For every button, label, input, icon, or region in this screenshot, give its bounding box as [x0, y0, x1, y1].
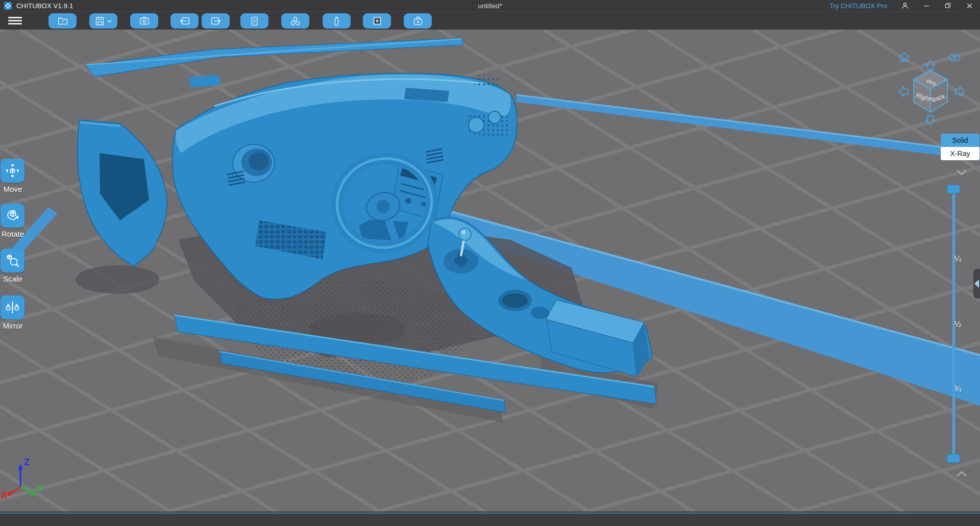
triangle-left-icon: [974, 280, 979, 288]
resin-bottle-icon: [331, 16, 342, 27]
scale-button[interactable]: [1, 248, 24, 272]
rotate-button[interactable]: [1, 204, 24, 228]
view-cube[interactable]: Top Right Back: [909, 68, 952, 117]
minimize-icon: [922, 2, 930, 10]
move-icon: [5, 163, 20, 179]
undo-button[interactable]: [170, 13, 199, 29]
save-dropdown-chevron-icon: [107, 19, 112, 23]
user-account-button[interactable]: [894, 0, 916, 11]
redo-arrow-icon: [210, 15, 222, 27]
render-mode-xray-button[interactable]: X-Ray: [941, 147, 979, 160]
try-chitubox-pro-link[interactable]: Try CHITUBOX Pro: [829, 2, 887, 10]
rotate-label: Rotate: [1, 230, 25, 238]
redo-button[interactable]: [202, 13, 230, 29]
minimize-button[interactable]: [916, 0, 937, 11]
tool-move: Move: [1, 159, 25, 193]
home-view-button[interactable]: [897, 51, 911, 65]
rotate-icon: [5, 208, 20, 223]
toolbox-icon: [412, 15, 424, 27]
restore-icon: [944, 2, 952, 10]
clip-label-quarter: ¼: [948, 254, 967, 264]
close-button[interactable]: [959, 0, 980, 11]
chevron-up-icon: [955, 470, 968, 478]
mirror-icon: [5, 299, 20, 315]
render-mode-toggle: Solid X-Ray: [941, 134, 979, 160]
resin-tank-button[interactable]: [323, 13, 351, 29]
clip-slider-handle-bottom[interactable]: [947, 454, 960, 463]
titlebar: CHITUBOX V1.9.1 untitled* Try CHITUBOX P…: [0, 0, 980, 11]
clip-label-three-quarter: ¾: [948, 384, 967, 394]
eye-icon: [947, 52, 962, 63]
move-button[interactable]: [1, 159, 24, 183]
print-export-button[interactable]: [404, 13, 432, 29]
view-cube-graphic: Top Right Back: [909, 68, 952, 115]
move-label: Move: [1, 185, 25, 193]
preview-plate-button[interactable]: [363, 13, 391, 29]
tool-rotate: Rotate: [1, 204, 25, 238]
viewport-3d[interactable]: [0, 30, 980, 513]
perspective-toggle-button[interactable]: [947, 52, 962, 65]
clip-expand-chevron[interactable]: [955, 470, 968, 480]
camera-icon: [139, 15, 150, 27]
clone-button[interactable]: [240, 13, 268, 29]
close-icon: [965, 2, 974, 10]
save-icon: [94, 16, 105, 27]
viewport-scene[interactable]: [0, 30, 980, 513]
scale-label: Scale: [1, 274, 25, 283]
undo-arrow-icon: [179, 15, 190, 27]
arrow-left-icon: [898, 85, 910, 98]
arrow-right-icon: [954, 85, 966, 98]
clip-collapse-chevron[interactable]: [955, 169, 968, 178]
plate-preview-icon: [372, 15, 383, 27]
tool-scale: Scale: [1, 248, 25, 283]
restore-button[interactable]: [937, 0, 959, 11]
status-bar: [0, 513, 980, 526]
open-file-button[interactable]: [48, 13, 77, 29]
main-toolbar: [0, 11, 980, 30]
main-menu-button[interactable]: [8, 15, 22, 26]
chevron-down-icon: [955, 169, 968, 176]
open-folder-icon: [57, 15, 68, 27]
user-icon: [900, 1, 910, 10]
hollow-cells-icon: [289, 15, 301, 27]
clip-slider-handle-top[interactable]: [947, 185, 960, 193]
clip-label-half: ½: [948, 319, 967, 330]
hollow-button[interactable]: [281, 13, 309, 29]
scale-icon: [5, 253, 20, 268]
chitubox-logo-icon: [4, 2, 12, 10]
settings-panel-expand-tab[interactable]: [973, 269, 980, 298]
mirror-button[interactable]: [1, 295, 24, 319]
home-icon: [897, 51, 911, 63]
save-button[interactable]: [89, 13, 117, 29]
rotate-view-right-button[interactable]: [952, 85, 966, 98]
clipboard-icon: [249, 16, 260, 27]
mirror-label: Mirror: [1, 321, 25, 330]
tool-mirror: Mirror: [1, 295, 25, 330]
app-title: CHITUBOX V1.9.1: [16, 2, 73, 10]
screenshot-button[interactable]: [130, 13, 158, 29]
render-mode-solid-button[interactable]: Solid: [941, 134, 979, 147]
